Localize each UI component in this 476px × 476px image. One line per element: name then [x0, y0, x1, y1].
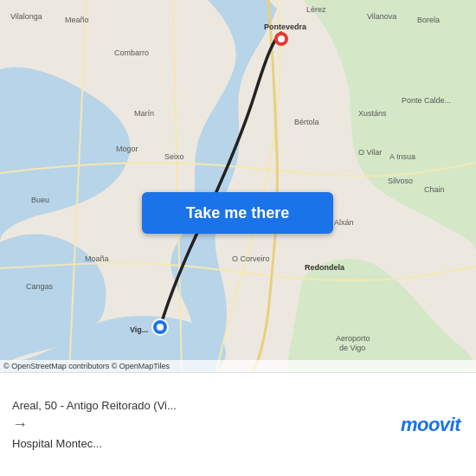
svg-text:Meaño: Meaño: [65, 16, 89, 24]
bottom-bar: Areal, 50 - Antigo Reitorado (Vi... → Ho…: [0, 372, 476, 476]
arrow-container: →: [12, 415, 389, 434]
svg-text:Chain: Chain: [424, 185, 445, 194]
arrow-icon: →: [12, 415, 28, 434]
svg-text:O Corveiro: O Corveiro: [232, 254, 270, 263]
svg-text:Vig...: Vig...: [130, 325, 148, 334]
app: Vilalonga Meaño Combarro Pontevedra Lére…: [0, 0, 476, 476]
svg-text:Ponte Calde...: Ponte Calde...: [402, 96, 451, 105]
moovit-logo: moovit: [401, 414, 464, 436]
attribution-text: © OpenStreetMap contributors © OpenMapTi…: [3, 362, 170, 370]
svg-text:Xustáns: Xustáns: [358, 109, 387, 118]
origin-label: Areal, 50 - Antigo Reitorado (Vi...: [12, 399, 272, 412]
svg-text:Borela: Borela: [417, 16, 440, 24]
svg-text:Vilalonga: Vilalonga: [10, 12, 42, 21]
svg-text:Redondela: Redondela: [305, 263, 345, 272]
svg-text:de Vigo: de Vigo: [339, 344, 365, 352]
svg-text:Seixo: Seixo: [164, 152, 184, 161]
logo-text: moovit: [401, 414, 460, 436]
svg-point-30: [278, 35, 285, 42]
svg-text:Mogor: Mogor: [116, 145, 138, 153]
attribution-bar: © OpenStreetMap contributors © OpenMapTi…: [0, 360, 476, 372]
svg-text:Combarro: Combarro: [114, 48, 149, 57]
svg-text:Alxán: Alxán: [334, 218, 354, 227]
svg-text:Pontevedra: Pontevedra: [264, 23, 307, 31]
svg-text:Cangas: Cangas: [26, 282, 54, 291]
map-container: Vilalonga Meaño Combarro Pontevedra Lére…: [0, 0, 476, 372]
svg-text:Lérez: Lérez: [306, 5, 326, 14]
route-info: Areal, 50 - Antigo Reitorado (Vi... → Ho…: [12, 399, 389, 450]
svg-text:Vilanova: Vilanova: [367, 12, 396, 21]
svg-text:Moaña: Moaña: [85, 254, 109, 263]
svg-text:Bértola: Bértola: [294, 118, 319, 126]
svg-text:Marín: Marín: [134, 109, 154, 118]
svg-text:Aeroporto: Aeroporto: [336, 334, 370, 343]
destination-label: Hospital Montec...: [12, 437, 272, 450]
take-me-there-button[interactable]: Take me there: [142, 192, 333, 234]
svg-text:O Vilar: O Vilar: [358, 148, 382, 157]
svg-text:Bueu: Bueu: [31, 196, 49, 204]
svg-text:Silvoso: Silvoso: [388, 177, 413, 185]
svg-text:A Insua: A Insua: [389, 152, 415, 161]
svg-point-32: [157, 324, 164, 331]
